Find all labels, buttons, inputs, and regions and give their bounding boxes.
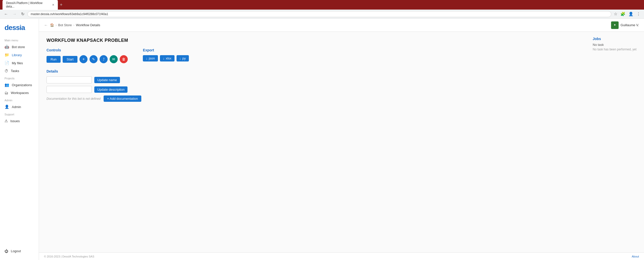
export-py-icon: ↓ (180, 56, 181, 60)
details-section: Details Update name Update description D… (47, 69, 636, 102)
jobs-panel: Jobs No task No task has been performed,… (589, 32, 644, 56)
tab-close-icon[interactable]: ✕ (52, 3, 54, 7)
browser-tab[interactable]: DessIA Platform | Workflow deta... ✕ (3, 0, 58, 10)
breadcrumb-home-icon[interactable]: 🏠 (50, 23, 54, 27)
tasks-icon: ⏱ (5, 69, 8, 73)
my-files-icon: 📄 (5, 61, 9, 65)
sidebar-item-bot-store[interactable]: 🤖 Bot store (0, 43, 39, 51)
controls-btn-row: Run Start + ✎ ⤴ ✉ 🗑 (47, 55, 128, 63)
sidebar-item-logout[interactable]: ⏻ Logout (0, 247, 39, 255)
sidebar-label-bot-store: Bot store (12, 45, 25, 49)
forward-button[interactable]: → (11, 11, 18, 17)
sidebar: dessia Main menu 🤖 Bot store 📁 Library 📄… (0, 19, 39, 260)
breadcrumb-sep-2: › (73, 23, 74, 27)
export-py-label: py (182, 56, 186, 60)
menu-icon[interactable]: ⋮ (635, 11, 641, 17)
footer-about-link[interactable]: About (632, 255, 639, 258)
sidebar-item-organizations[interactable]: 👥 Organizations (0, 81, 39, 89)
organizations-icon: 👥 (5, 83, 9, 87)
sidebar-item-my-files[interactable]: 📄 My files (0, 59, 39, 67)
description-input[interactable] (47, 86, 92, 93)
delete-button[interactable]: 🗑 (120, 55, 128, 63)
start-button[interactable]: Start (63, 56, 77, 63)
export-xlsx-label: xlsx (166, 56, 171, 60)
controls-label: Controls (47, 48, 128, 52)
app-layout: dessia Main menu 🤖 Bot store 📁 Library 📄… (0, 19, 644, 260)
address-bar[interactable] (27, 11, 611, 17)
sidebar-item-library[interactable]: 📁 Library (0, 51, 39, 59)
browser-chrome: DessIA Platform | Workflow deta... ✕ + (0, 0, 644, 10)
controls-section: Controls Run Start + ✎ ⤴ ✉ 🗑 (47, 48, 128, 63)
toolbar-icons: ☆ 🧩 👤 ⋮ (613, 11, 641, 17)
sidebar-section-main: Main menu (0, 37, 39, 43)
user-initials: ✦ (614, 23, 616, 27)
bot-store-icon: 🤖 (5, 45, 9, 49)
issues-icon: ⚠ (5, 119, 8, 123)
details-name-row: Update name (47, 76, 636, 83)
footer: © 2016-2023 | DessIA Technologies SAS Ab… (39, 252, 644, 260)
extensions-icon[interactable]: 🧩 (619, 11, 626, 17)
message-button[interactable]: ✉ (110, 55, 118, 63)
user-name: Guillaume V. (621, 23, 639, 27)
sidebar-label-logout: Logout (11, 249, 21, 253)
sidebar-item-workspaces[interactable]: 🗂 Workspaces (0, 89, 39, 97)
breadcrumb-current: Workflow Details (76, 23, 100, 27)
new-tab-button[interactable]: + (60, 2, 63, 8)
doc-row: Documentation for this bot is not define… (47, 95, 636, 102)
sidebar-item-admin[interactable]: 👤 Admin (0, 103, 39, 111)
admin-icon: 👤 (5, 105, 9, 109)
share-button[interactable]: ⤴ (100, 55, 108, 63)
sidebar-section-projects: Projects (0, 75, 39, 81)
export-xlsx-icon: ↓ (163, 56, 165, 60)
jobs-no-task-subtitle: No task has been performed, yet (593, 48, 640, 51)
update-name-button[interactable]: Update name (94, 77, 120, 83)
sidebar-label-organizations: Organizations (12, 83, 32, 87)
main-wrapper: ← 🏠 › Bot Store › Workflow Details ✦ Gui… (39, 19, 644, 260)
back-nav-icon[interactable]: ← (44, 23, 48, 27)
run-button[interactable]: Run (47, 56, 61, 63)
sidebar-section-support: Support (0, 111, 39, 117)
doc-text: Documentation for this bot is not define… (47, 97, 101, 101)
breadcrumb: 🏠 › Bot Store › Workflow Details (50, 23, 609, 27)
tab-title: DessIA Platform | Workflow deta... (6, 1, 51, 8)
controls-export-row: Controls Run Start + ✎ ⤴ ✉ 🗑 Export (47, 48, 636, 63)
sidebar-label-library: Library (12, 53, 22, 57)
topbar: ← 🏠 › Bot Store › Workflow Details ✦ Gui… (39, 19, 644, 32)
footer-copyright: © 2016-2023 | DessIA Technologies SAS (44, 255, 94, 258)
sidebar-item-tasks[interactable]: ⏱ Tasks (0, 67, 39, 75)
workspaces-icon: 🗂 (5, 91, 8, 95)
export-btn-row: ↓ json ↓ xlsx ↓ py (143, 55, 189, 61)
update-description-button[interactable]: Update description (94, 86, 127, 93)
breadcrumb-sep-1: › (56, 23, 57, 27)
sidebar-section-admin: Admin (0, 97, 39, 103)
logout-icon: ⏻ (5, 249, 8, 253)
export-py-button[interactable]: ↓ py (177, 55, 189, 61)
details-label: Details (47, 69, 636, 73)
export-json-icon: ↓ (146, 56, 148, 60)
export-label: Export (143, 48, 189, 52)
bookmark-icon[interactable]: ☆ (613, 11, 618, 17)
edit-button[interactable]: ✎ (90, 55, 98, 63)
add-button[interactable]: + (79, 55, 88, 63)
topbar-user: ✦ Guillaume V. (611, 21, 639, 29)
name-input[interactable] (47, 76, 92, 83)
browser-toolbar: ← → ↻ ☆ 🧩 👤 ⋮ (0, 10, 644, 19)
details-desc-row: Update description (47, 86, 636, 93)
back-button[interactable]: ← (3, 11, 10, 17)
main-content: WORKFLOW KNAPSACK PROBLEM Controls Run S… (39, 32, 644, 252)
export-xlsx-button[interactable]: ↓ xlsx (160, 55, 175, 61)
sidebar-item-issues[interactable]: ⚠ Issues (0, 117, 39, 125)
refresh-button[interactable]: ↻ (20, 11, 26, 17)
sidebar-label-issues: Issues (10, 119, 20, 123)
sidebar-label-admin: Admin (12, 105, 21, 109)
page-title: WORKFLOW KNAPSACK PROBLEM (47, 38, 636, 43)
jobs-no-task-title: No task (593, 43, 640, 47)
breadcrumb-bot-store[interactable]: Bot Store (58, 23, 72, 27)
sidebar-label-my-files: My files (12, 61, 23, 65)
sidebar-label-tasks: Tasks (11, 69, 19, 73)
profile-icon[interactable]: 👤 (627, 11, 634, 17)
add-documentation-button[interactable]: + Add documentation (104, 95, 142, 102)
export-json-label: json (149, 56, 155, 60)
export-section: Export ↓ json ↓ xlsx ↓ py (143, 48, 189, 63)
export-json-button[interactable]: ↓ json (143, 55, 158, 61)
